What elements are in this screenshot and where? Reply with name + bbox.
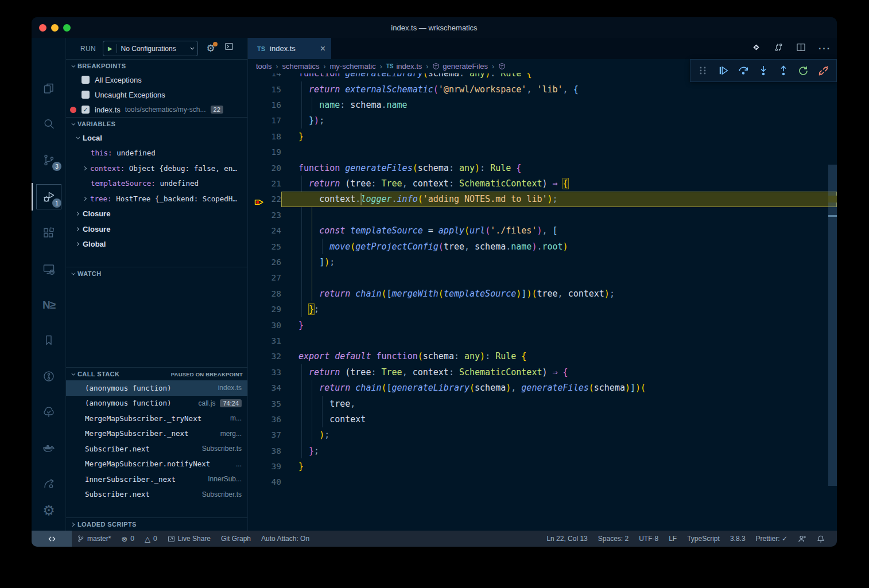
line-number[interactable]: 32 [248,352,281,361]
code-line-30[interactable]: 30} [248,317,837,333]
code-line-23[interactable]: 23 [248,207,837,223]
call-stack-frame[interactable]: (anonymous function)call.js74:24 [66,396,247,411]
scrollbar-thumb[interactable] [828,165,837,486]
line-number[interactable]: 29 [248,305,281,314]
git-compare-icon[interactable] [774,42,783,54]
breakpoints-header[interactable]: BREAKPOINTS [66,59,247,72]
code-line-17[interactable]: 17 }); [248,113,837,128]
statusbar-ts-version[interactable]: 3.8.3 [725,531,751,547]
code-line-31[interactable]: 31 [248,333,837,348]
breadcrumb-item[interactable] [498,63,509,70]
statusbar-auto-attach[interactable]: Auto Attach: On [256,531,315,547]
line-number[interactable]: 39 [248,462,281,471]
line-number[interactable]: 38 [248,446,281,455]
close-window-button[interactable] [39,24,46,32]
restart-button[interactable] [796,63,810,79]
call-stack-frame[interactable]: Subscriber.nextSubscriber.ts [66,441,247,457]
configure-gear-icon[interactable]: ⚙ [204,41,218,55]
breadcrumb-item[interactable]: generateFiles [432,62,488,71]
line-number[interactable]: 18 [248,132,281,141]
line-number[interactable]: 21 [248,179,281,188]
breadcrumb-item[interactable]: tools [256,62,271,71]
statusbar-feedback[interactable] [793,531,812,547]
debug-console-icon[interactable] [224,42,234,53]
test-explorer-icon[interactable] [32,398,66,426]
bookmarks-icon[interactable] [32,326,66,354]
call-stack-frame[interactable]: MergeMapSubscriber.notifyNext... [66,457,247,472]
disconnect-button[interactable] [816,63,831,79]
statusbar-cursor-position[interactable]: Ln 22, Col 13 [541,531,592,547]
line-number[interactable]: 24 [248,226,281,235]
code-line-22[interactable]: 22 context.logger.info('adding NOTES.md … [248,192,837,207]
code-line-29[interactable]: 29 }; [248,301,837,317]
zoom-window-button[interactable] [63,24,71,32]
code-line-33[interactable]: 33 return (tree: Tree, context: Schemati… [248,364,837,380]
code-line-37[interactable]: 37 ); [248,427,837,443]
line-number[interactable]: 23 [248,211,281,220]
line-number[interactable]: 34 [248,383,281,392]
watch-header[interactable]: WATCH [66,267,247,280]
statusbar-git-branch[interactable]: master* [72,531,116,547]
remote-explorer-icon[interactable] [32,255,66,283]
code-line-38[interactable]: 38 }; [248,443,837,458]
statusbar-prettier[interactable]: Prettier: ✓ [751,531,793,547]
statusbar-language-mode[interactable]: TypeScript [682,531,725,547]
line-number[interactable]: 16 [248,100,281,110]
loaded-scripts-header[interactable]: LOADED SCRIPTS [66,517,247,531]
breakpoint-row[interactable]: All Exceptions [66,72,247,87]
code-line-36[interactable]: 36 context [248,411,837,427]
statusbar-warnings[interactable]: △0 [139,531,162,547]
run-and-debug-icon[interactable]: 1 [32,183,66,211]
step-into-button[interactable] [757,63,771,79]
variables-header[interactable]: VARIABLES [66,117,247,130]
live-share-icon[interactable] [32,470,66,497]
code-line-24[interactable]: 24 const templateSource = apply(url('./f… [248,223,837,239]
line-number[interactable]: 15 [248,85,281,94]
code-area[interactable]: 14function generateLibrary(schema: any):… [248,73,837,531]
call-stack-frame[interactable]: InnerSubscriber._nextInnerSub... [66,472,247,487]
statusbar-git-graph[interactable]: Git Graph [216,531,256,547]
breadcrumb-item[interactable]: TSindex.ts [386,62,422,71]
docker-icon[interactable] [32,434,66,462]
line-number[interactable]: 37 [248,430,281,439]
code-line-40[interactable]: 40 [248,474,837,490]
line-number[interactable]: 33 [248,368,281,377]
breadcrumb-item[interactable]: schematics [282,62,319,71]
step-out-button[interactable] [776,63,790,79]
code-line-18[interactable]: 18} [248,128,837,144]
line-number[interactable]: 25 [248,242,281,251]
line-number[interactable]: 26 [248,258,281,267]
start-debug-icon[interactable]: ▶ [108,45,112,52]
breakpoint-row[interactable]: ✓index.tstools/schematics/my-sch...22 [66,102,247,117]
line-number[interactable]: 17 [248,116,281,125]
line-number[interactable]: 35 [248,399,281,408]
code-line-35[interactable]: 35 tree, [248,396,837,411]
breakpoint-row[interactable]: Uncaught Exceptions [66,87,247,102]
tab-index-ts[interactable]: TS index.ts × [248,38,331,59]
variable-scope-row[interactable]: Local [66,130,247,146]
code-line-15[interactable]: 15 return externalSchematic('@nrwl/works… [248,81,837,97]
statusbar-notifications[interactable] [812,531,830,547]
variable-row[interactable]: this: undefined [66,146,247,161]
code-line-16[interactable]: 16 name: schema.name [248,97,837,112]
breakpoint-checkbox[interactable] [82,76,90,84]
variable-scope-row[interactable]: Global [66,237,247,252]
call-stack-frame[interactable]: MergeMapSubscriber._nextmerg... [66,426,247,442]
code-line-25[interactable]: 25 move(getProjectConfig(tree, schema.na… [248,239,837,254]
line-number[interactable]: 14 [248,73,281,78]
code-line-28[interactable]: 28 return chain([mergeWith(templateSourc… [248,286,837,301]
breakpoint-checkbox[interactable] [82,91,90,99]
code-line-27[interactable]: 27 [248,270,837,286]
line-number[interactable]: 31 [248,336,281,345]
gitlens-icon[interactable] [32,363,66,390]
statusbar-errors[interactable]: ⊗0 [116,531,139,547]
line-number[interactable]: 30 [248,321,281,330]
statusbar-indentation[interactable]: Spaces: 2 [593,531,634,547]
close-tab-icon[interactable]: × [320,44,325,53]
call-stack-header[interactable]: CALL STACK PAUSED ON BREAKPOINT [66,367,247,380]
manage-gear-icon[interactable]: ⚙ [32,497,66,524]
step-over-button[interactable] [736,63,751,79]
code-line-21[interactable]: 21 return (tree: Tree, context: Schemati… [248,176,837,191]
code-line-34[interactable]: 34 return chain([generateLibrary(schema)… [248,380,837,395]
line-number[interactable]: 22 [248,194,281,204]
